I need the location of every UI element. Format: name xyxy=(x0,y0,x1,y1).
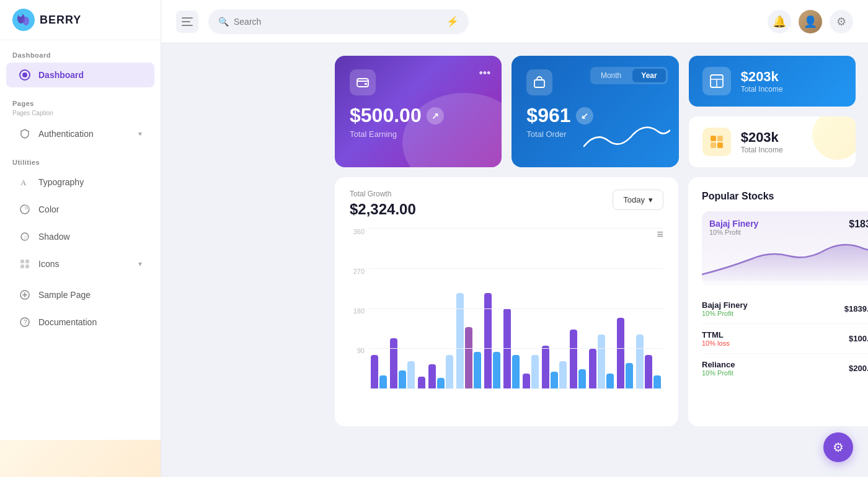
chart-total-amount: $2,324.00 xyxy=(350,201,416,218)
bar-purple xyxy=(390,338,397,389)
bar-group-6 xyxy=(484,293,500,389)
bar-group-7 xyxy=(503,309,520,389)
topbar-right: 🔔 👤 ⚙ xyxy=(768,10,853,33)
bar-light xyxy=(636,335,644,389)
tab-year[interactable]: Year xyxy=(632,69,665,82)
fab-icon: ⚙ xyxy=(833,440,844,455)
stock-change-bajaj: 10% Profit xyxy=(702,310,748,317)
bar-blue xyxy=(653,375,661,389)
sidebar-item-typography-label: Typography xyxy=(38,177,84,187)
wave-decoration xyxy=(390,93,502,167)
berry-logo-icon xyxy=(12,9,35,31)
settings-button[interactable]: ⚙ xyxy=(830,10,853,33)
sidebar-item-icons-label: Icons xyxy=(38,259,59,269)
bar-group-10 xyxy=(570,330,586,389)
bar-blue xyxy=(606,374,614,389)
svg-rect-33 xyxy=(717,142,723,148)
stock-price-col-reliance: $200.00 ▲ xyxy=(849,361,868,376)
sidebar-item-shadow-label: Shadow xyxy=(38,232,70,242)
chart-card: Total Growth $2,324.00 Today ▾ ≡ 360 270… xyxy=(335,177,678,426)
sidebar-item-icons[interactable]: Icons ▾ xyxy=(6,252,154,276)
stock-preview-name: Bajaj Finery xyxy=(709,219,758,229)
shadow-icon xyxy=(19,230,31,243)
bar-purple xyxy=(484,293,492,389)
section-pages-label: Pages xyxy=(0,89,161,110)
today-button[interactable]: Today ▾ xyxy=(613,190,663,210)
fab-button[interactable]: ⚙ xyxy=(823,432,853,462)
stat-income2-info: $203k Total Income xyxy=(741,129,783,154)
svg-rect-31 xyxy=(717,136,723,141)
card-menu-icon[interactable]: ••• xyxy=(479,67,490,80)
dashboard-icon xyxy=(19,69,31,81)
wallet-icon xyxy=(350,69,376,95)
stock-preview-header: Bajaj Finery 10% Profit $1839.00 xyxy=(709,219,868,236)
bar-blue xyxy=(578,369,586,389)
grid-icon-yellow xyxy=(702,128,731,156)
stock-price-reliance: $200.00 xyxy=(849,364,868,373)
sidebar-item-color-label: Color xyxy=(38,204,59,214)
bar-purple xyxy=(617,318,624,389)
sidebar-item-auth-label: Authentication xyxy=(38,129,94,139)
bajaj-mini-chart xyxy=(702,237,868,281)
user-avatar[interactable]: 👤 xyxy=(799,10,822,33)
sample-page-icon xyxy=(19,289,31,301)
bar-group-11 xyxy=(589,335,614,389)
sidebar-item-shadow[interactable]: Shadow xyxy=(6,224,154,249)
stock-price-ttml: $100.00 xyxy=(849,334,868,343)
documentation-icon: ? xyxy=(19,316,31,328)
bar-purple xyxy=(428,364,436,389)
bar-light xyxy=(598,335,605,389)
tab-month[interactable]: Month xyxy=(592,69,630,82)
dropdown-arrow-icon: ▾ xyxy=(649,195,653,204)
total-order-card: Month Year $961 ↙ Total Order xyxy=(512,56,678,167)
bar-purple xyxy=(503,309,511,389)
bottom-row: Total Growth $2,324.00 Today ▾ ≡ 360 270… xyxy=(335,177,856,426)
sidebar-item-sample-page[interactable]: Sample Page xyxy=(6,282,154,307)
stat-income-label: Total Income xyxy=(741,85,783,94)
search-bar: 🔍 ⚡ xyxy=(208,9,469,34)
table-icon xyxy=(702,67,731,95)
sidebar-item-typography[interactable]: A Typography xyxy=(6,170,154,195)
stock-change-ttml: 10% loss xyxy=(702,339,730,347)
bar-purple xyxy=(645,355,652,389)
notification-button[interactable]: 🔔 xyxy=(768,10,791,33)
stats-column: $203k Total Income $203k Total Income xyxy=(689,56,856,167)
sidebar-item-dashboard[interactable]: Dashboard xyxy=(6,63,154,87)
auth-chevron-icon: ▾ xyxy=(138,129,142,138)
search-input[interactable] xyxy=(234,17,441,27)
stock-info-ttml: TTML 10% loss xyxy=(702,330,730,347)
bar-light xyxy=(407,361,415,389)
stat-income-amount: $203k xyxy=(741,69,783,85)
filter-icon[interactable]: ⚡ xyxy=(446,15,459,27)
stock-info-bajaj: Bajaj Finery 10% Profit xyxy=(702,300,748,317)
stock-name-ttml: TTML xyxy=(702,330,730,339)
bar-blue xyxy=(512,355,520,389)
stock-price-col-bajaj: $1839.00 ▲ xyxy=(844,302,868,317)
menu-button[interactable] xyxy=(176,11,198,33)
section-dashboard-label: Dashboard xyxy=(0,40,161,61)
svg-rect-19 xyxy=(182,17,193,19)
search-icon: 🔍 xyxy=(218,17,229,27)
chart-bars-container xyxy=(368,228,663,389)
bar-blue xyxy=(399,370,406,389)
sidebar-item-color[interactable]: Color xyxy=(6,197,154,222)
stocks-card: Popular Stocks ••• Bajaj Finery 10% Prof… xyxy=(688,177,868,426)
svg-point-3 xyxy=(19,13,22,17)
sidebar-item-authentication[interactable]: Authentication ▾ xyxy=(6,121,154,146)
chart-area: ≡ 360 270 180 90 xyxy=(350,228,663,414)
stock-preview-profit: 10% Profit xyxy=(709,229,758,236)
stat-income-info: $203k Total Income xyxy=(741,69,783,94)
stat-income2-amount: $203k xyxy=(741,129,783,146)
stocks-title: Popular Stocks xyxy=(702,191,774,202)
svg-rect-11 xyxy=(25,260,29,263)
bar-blue xyxy=(437,378,445,389)
section-utilities-label: Utilities xyxy=(0,147,161,168)
stock-info-reliance: Reliance 10% Profit xyxy=(702,360,735,377)
sidebar-item-documentation[interactable]: ? Documentation xyxy=(6,310,154,335)
svg-text:A: A xyxy=(20,178,27,187)
svg-rect-30 xyxy=(711,136,716,141)
svg-text:?: ? xyxy=(24,319,27,326)
icons-icon xyxy=(19,258,31,270)
stat-income2-label: Total Income xyxy=(741,146,783,154)
svg-rect-10 xyxy=(20,260,24,263)
